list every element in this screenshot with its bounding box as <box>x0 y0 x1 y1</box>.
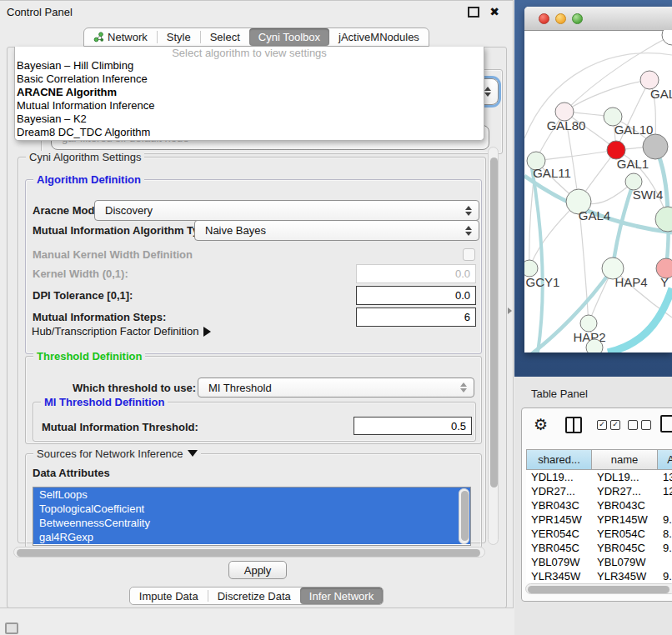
threshold-definition-group: Threshold Definition Which threshold to … <box>25 356 482 444</box>
table-cell: YDL19... <box>526 470 592 484</box>
deselect-all-columns-icon[interactable] <box>628 420 651 430</box>
dropdown-item-dream8-dc-tdc-algorithm[interactable]: Dream8 DC_TDC Algorithm <box>15 126 484 139</box>
dpi-tolerance-field[interactable] <box>356 286 476 305</box>
kernel-width-field <box>356 264 476 283</box>
gear-icon[interactable]: ⚙ <box>534 415 548 434</box>
tab-label: jActiveMNodules <box>339 31 419 43</box>
table-cell <box>658 498 672 512</box>
node-label: GCY1 <box>526 275 560 289</box>
desktop-background: GALGAL80GAL10GAL1GAL11SWI4GAL4GCY1HAP4YH… <box>514 0 672 377</box>
list-item-gal4rgexp[interactable]: gal4RGexp <box>33 530 470 544</box>
sources-group-title[interactable]: Sources for Network Inference <box>33 448 201 460</box>
mi-threshold-group-title: MI Threshold Definition <box>41 396 168 408</box>
table-cell: YDR27... <box>526 484 592 498</box>
attributes-scrollbar-thumb[interactable] <box>461 491 469 541</box>
expand-right-icon <box>203 327 211 337</box>
table-row[interactable]: YBL079WYBL079W <box>526 555 672 569</box>
mi-threshold-group: MI Threshold Definition Mutual Informati… <box>33 402 476 442</box>
collapsed-panel-icon[interactable] <box>5 622 18 634</box>
hub-definition-toggle[interactable]: Hub/Transcription Factor Definition <box>32 325 211 338</box>
table-header-row: shared...nameA <box>526 449 672 470</box>
node-label: SWI4 <box>633 188 664 202</box>
network-node-gcy1[interactable] <box>524 260 538 277</box>
table-row[interactable]: YPR145WYPR145W9. <box>526 512 672 527</box>
list-item-topologicalcoefficient[interactable]: TopologicalCoefficient <box>33 502 470 516</box>
network-edge <box>608 288 672 352</box>
table-cell: YDL19... <box>592 470 658 484</box>
sources-title-text: Sources for Network Inference <box>37 448 183 460</box>
tab-network[interactable]: Network <box>84 28 157 46</box>
node-label: GAL10 <box>614 122 654 137</box>
network-node[interactable] <box>662 30 672 45</box>
settings-group-title: Cyni Algorithm Settings <box>26 151 144 163</box>
table-browser: ⚙ ✓✓ shared...nameA YDL19...YDL19...13YD… <box>521 408 672 602</box>
column-header-shared[interactable]: shared... <box>526 449 592 470</box>
tab-select[interactable]: Select <box>201 28 249 46</box>
table-row[interactable]: YBR045CYBR045C9. <box>526 541 672 555</box>
table-cell: YBR043C <box>526 498 592 512</box>
aracne-mode-combo[interactable]: Discovery <box>94 200 479 221</box>
dropdown-item-bayesian-k2[interactable]: Bayesian – K2 <box>15 112 484 126</box>
table-cell: YDR27... <box>592 484 658 498</box>
network-canvas[interactable]: GALGAL80GAL10GAL1GAL11SWI4GAL4GCY1HAP4YH… <box>524 30 672 352</box>
manual-kernel-label: Manual Kernel Width Definition <box>33 248 193 261</box>
which-threshold-value: MI Threshold <box>198 382 457 394</box>
mi-steps-field[interactable] <box>356 308 476 327</box>
node-label: HAP4 <box>614 275 647 289</box>
bottom-tab-discretize-data[interactable]: Discretize Data <box>208 588 300 604</box>
tab-style[interactable]: Style <box>158 28 200 46</box>
settings-vertical-scrollbar <box>488 147 499 545</box>
top-tab-bar: NetworkStyleSelectCyni ToolboxjActiveMNo… <box>0 28 513 47</box>
table-row[interactable]: YLR345WYLR345W9. <box>526 569 672 582</box>
columns-icon[interactable] <box>565 417 582 433</box>
float-window-icon[interactable] <box>468 7 479 18</box>
column-header-name[interactable]: name <box>592 449 658 470</box>
column-header-a[interactable]: A <box>658 449 672 470</box>
new-table-icon[interactable] <box>660 415 672 432</box>
zoom-traffic-light-icon[interactable] <box>572 13 583 24</box>
which-threshold-label: Which threshold to use: <box>73 382 196 394</box>
settings-horizontal-scrollbar <box>13 547 485 558</box>
collapse-down-icon <box>188 450 198 457</box>
settings-vscroll-thumb[interactable] <box>490 158 498 488</box>
table-row[interactable]: YDL19...YDL19...13 <box>526 470 672 484</box>
which-threshold-combo[interactable]: MI Threshold <box>198 378 474 398</box>
dropdown-item-bayesian-hill-climbing[interactable]: Bayesian – Hill Climbing <box>15 59 484 72</box>
list-item-betweennesscentrality[interactable]: BetweennessCentrality <box>33 516 470 530</box>
network-node[interactable] <box>586 339 603 352</box>
mi-steps-label: Mutual Information Steps: <box>33 311 166 323</box>
tab-cyni-toolbox[interactable]: Cyni Toolbox <box>249 28 329 46</box>
mi-algorithm-type-combo[interactable]: Naive Bayes <box>194 220 479 241</box>
bottom-tab-impute-data[interactable]: Impute Data <box>130 588 208 604</box>
close-icon[interactable]: ✖ <box>489 7 499 18</box>
close-traffic-light-icon[interactable] <box>539 13 549 24</box>
dropdown-item-aracne-algorithm[interactable]: ARACNE Algorithm <box>15 86 484 99</box>
mi-type-value: Naive Bayes <box>195 224 462 237</box>
mi-threshold-field[interactable] <box>354 417 472 435</box>
minimize-traffic-light-icon[interactable] <box>555 13 566 24</box>
mi-threshold-label: Mutual Information Threshold: <box>42 421 198 433</box>
table-row[interactable]: YDR27...YDR27...12 <box>526 484 672 498</box>
aracne-mode-value: Discovery <box>95 204 462 217</box>
dropdown-item-basic-correlation-inference[interactable]: Basic Correlation Inference <box>15 72 484 86</box>
table-cell: YER054C <box>592 527 658 541</box>
select-all-columns-icon[interactable]: ✓✓ <box>597 420 620 430</box>
dropdown-item-mutual-information-inference[interactable]: Mutual Information Inference <box>15 99 484 112</box>
network-node[interactable] <box>655 207 672 232</box>
kernel-width-label: Kernel Width (0,1): <box>33 268 128 280</box>
table-row[interactable]: YBR043CYBR043C <box>526 498 672 512</box>
settings-hscroll-thumb[interactable] <box>17 549 480 557</box>
network-node[interactable] <box>643 134 668 159</box>
network-node-hap2[interactable] <box>580 315 597 332</box>
attributes-scrollbar <box>459 488 469 544</box>
table-hscroll-thumb[interactable] <box>528 586 669 593</box>
bottom-tab-infer-network[interactable]: Infer Network <box>300 588 383 604</box>
node-label: GAL11 <box>533 166 571 180</box>
splitter-handle[interactable] <box>508 308 512 314</box>
tab-jactivemnodules[interactable]: jActiveMNodules <box>329 28 429 46</box>
list-item-selfloops[interactable]: SelfLoops <box>33 488 470 502</box>
network-window-titlebar[interactable] <box>524 7 672 31</box>
table-row[interactable]: YER054CYER054C8. <box>526 527 672 541</box>
data-attributes-list[interactable]: SelfLoopsTopologicalCoefficientBetweenne… <box>33 487 471 546</box>
apply-button[interactable]: Apply <box>228 561 287 579</box>
